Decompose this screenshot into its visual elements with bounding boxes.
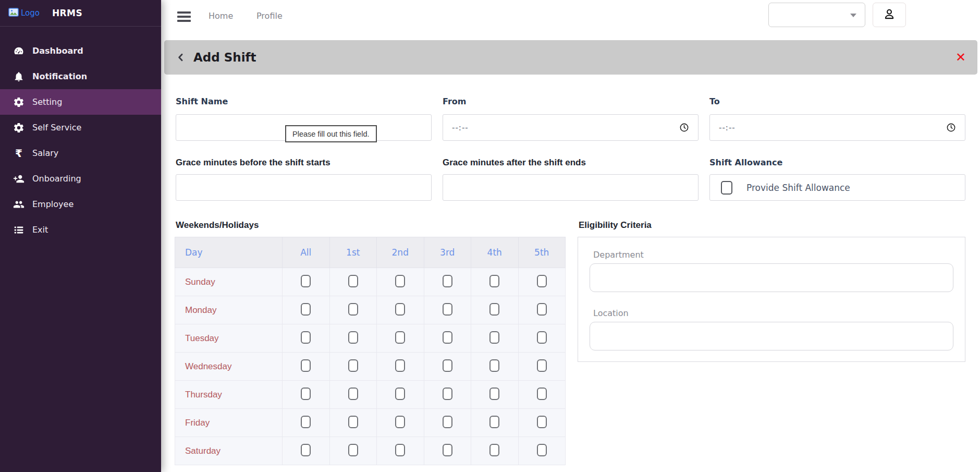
checkbox-friday-5th[interactable] [537, 416, 547, 428]
checkbox-friday-2nd[interactable] [395, 416, 405, 428]
column-header-3rd: 3rd [424, 237, 471, 268]
day-name-tuesday: Tuesday [175, 324, 283, 353]
column-header-day: Day [175, 237, 283, 268]
checkbox-saturday-5th[interactable] [537, 444, 547, 456]
sidebar-item-onboarding[interactable]: Onboarding [0, 166, 161, 191]
checkbox-monday-all[interactable] [301, 303, 311, 316]
cell-wednesday-4th [471, 353, 519, 381]
checkbox-saturday-3rd[interactable] [443, 444, 452, 456]
sidebar-item-notification[interactable]: Notification [0, 64, 161, 89]
column-header-5th: 5th [518, 237, 566, 268]
grace-after-input[interactable] [443, 174, 699, 201]
checkbox-tuesday-2nd[interactable] [395, 331, 405, 344]
checkbox-friday-all[interactable] [301, 416, 311, 428]
eligibility-criteria-title: Eligibility Criteria [579, 220, 652, 231]
checkbox-friday-4th[interactable] [489, 416, 499, 428]
location-input[interactable] [590, 322, 953, 350]
provide-shift-allowance-checkbox[interactable] [721, 181, 732, 195]
checkbox-sunday-3rd[interactable] [443, 275, 452, 287]
to-time-placeholder: --:-- [719, 123, 736, 132]
app-logo[interactable]: Logo [8, 8, 40, 19]
cell-sunday-2nd [377, 268, 424, 296]
cell-wednesday-1st [329, 353, 377, 381]
checkbox-monday-2nd[interactable] [395, 303, 405, 316]
page-header-bar: Add Shift ✕ [164, 40, 977, 75]
checkbox-sunday-2nd[interactable] [395, 275, 405, 287]
checkbox-friday-3rd[interactable] [443, 416, 452, 428]
checkbox-saturday-4th[interactable] [489, 444, 499, 456]
cell-sunday-all [283, 268, 330, 296]
from-time-input[interactable]: --:-- [443, 114, 699, 141]
clock-icon[interactable] [679, 123, 689, 132]
checkbox-wednesday-all[interactable] [301, 359, 311, 372]
cell-friday-3rd [424, 409, 471, 437]
cell-tuesday-5th [518, 324, 566, 353]
checkbox-sunday-all[interactable] [301, 275, 311, 287]
user-dropdown[interactable] [768, 3, 865, 27]
close-icon[interactable]: ✕ [956, 51, 966, 64]
checkbox-thursday-4th[interactable] [489, 388, 499, 400]
cell-monday-3rd [424, 296, 471, 324]
sidebar-item-salary[interactable]: ₹Salary [0, 140, 161, 166]
checkbox-monday-5th[interactable] [537, 303, 547, 316]
sidebar-item-exit[interactable]: Exit [0, 217, 161, 243]
cell-saturday-5th [518, 437, 566, 465]
checkbox-thursday-5th[interactable] [537, 388, 547, 400]
sidebar-item-employee[interactable]: Employee [0, 191, 161, 217]
main-content: Add Shift ✕ Shift Name From To Please fi… [161, 30, 980, 472]
checkbox-saturday-1st[interactable] [348, 444, 358, 456]
checkbox-friday-1st[interactable] [348, 416, 358, 428]
weekend-row-saturday: Saturday [175, 437, 566, 465]
checkbox-sunday-1st[interactable] [348, 275, 358, 287]
cell-sunday-5th [518, 268, 566, 296]
checkbox-thursday-all[interactable] [301, 388, 311, 400]
from-time-placeholder: --:-- [452, 123, 469, 132]
sidebar-item-setting[interactable]: Setting [0, 89, 161, 115]
checkbox-wednesday-1st[interactable] [348, 359, 358, 372]
cell-wednesday-2nd [377, 353, 424, 381]
checkbox-tuesday-4th[interactable] [489, 331, 499, 344]
checkbox-saturday-2nd[interactable] [395, 444, 405, 456]
checkbox-wednesday-5th[interactable] [537, 359, 547, 372]
profile-button[interactable] [873, 3, 906, 27]
sidebar-item-label: Notification [32, 71, 87, 81]
clock-icon[interactable] [946, 123, 956, 132]
checkbox-monday-3rd[interactable] [443, 303, 452, 316]
weekend-row-friday: Friday [175, 409, 566, 437]
bell-icon [13, 70, 25, 83]
validation-tooltip: Please fill out this field. [285, 125, 377, 142]
checkbox-wednesday-3rd[interactable] [443, 359, 452, 372]
checkbox-thursday-1st[interactable] [348, 388, 358, 400]
checkbox-sunday-5th[interactable] [537, 275, 547, 287]
checkbox-tuesday-3rd[interactable] [443, 331, 452, 344]
sidebar-item-label: Salary [32, 148, 58, 158]
checkbox-tuesday-5th[interactable] [537, 331, 547, 344]
checkbox-wednesday-2nd[interactable] [395, 359, 405, 372]
column-header-4th: 4th [471, 237, 519, 268]
checkbox-tuesday-all[interactable] [301, 331, 311, 344]
checkbox-thursday-2nd[interactable] [395, 388, 405, 400]
hrms-app: Logo HRMS DashboardNotificationSettingSe… [0, 0, 980, 472]
cell-tuesday-2nd [377, 324, 424, 353]
sidebar-item-self-service[interactable]: Self Service [0, 115, 161, 140]
checkbox-monday-1st[interactable] [348, 303, 358, 316]
checkbox-monday-4th[interactable] [489, 303, 499, 316]
department-input[interactable] [590, 263, 953, 292]
sidebar-item-dashboard[interactable]: Dashboard [0, 38, 161, 64]
grace-before-input[interactable] [176, 174, 432, 201]
weekend-row-wednesday: Wednesday [175, 353, 566, 381]
shift-name-label: Shift Name [176, 96, 228, 106]
checkbox-sunday-4th[interactable] [489, 275, 499, 287]
checkbox-thursday-3rd[interactable] [443, 388, 452, 400]
nav-link-home[interactable]: Home [209, 11, 233, 21]
cell-saturday-all [283, 437, 330, 465]
checkbox-saturday-all[interactable] [301, 444, 311, 456]
back-chevron-icon[interactable] [176, 52, 186, 63]
to-time-input[interactable]: --:-- [709, 114, 965, 141]
hamburger-menu-icon[interactable] [177, 11, 191, 22]
column-header-2nd: 2nd [377, 237, 424, 268]
checkbox-tuesday-1st[interactable] [348, 331, 358, 344]
nav-link-profile[interactable]: Profile [256, 11, 283, 21]
sidebar-item-label: Employee [32, 199, 74, 209]
checkbox-wednesday-4th[interactable] [489, 359, 499, 372]
